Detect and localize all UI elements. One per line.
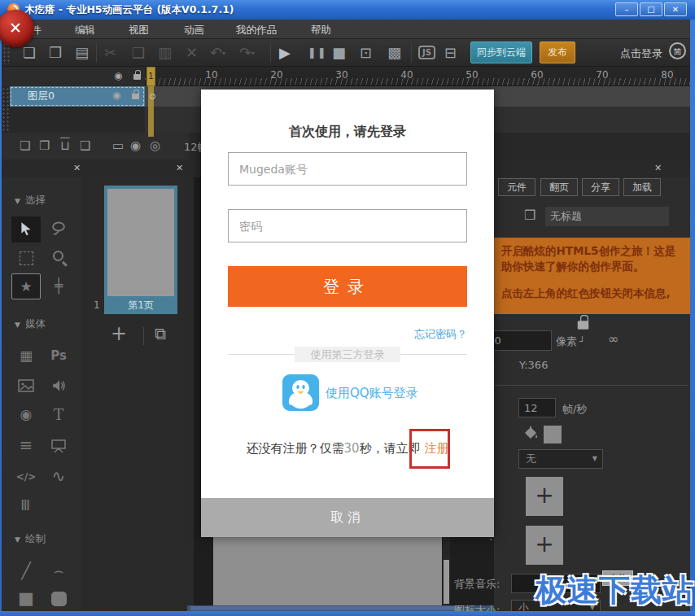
password-input[interactable] bbox=[228, 209, 467, 242]
photoshop-import-tool[interactable]: Ps bbox=[44, 343, 73, 369]
link-dimensions-icon[interactable]: ∞ bbox=[608, 331, 619, 347]
video-tool[interactable]: ◉ bbox=[11, 402, 41, 428]
qrcode-icon[interactable]: ▩ bbox=[387, 44, 401, 62]
rounded-rectangle-tool[interactable] bbox=[44, 586, 73, 612]
close-button[interactable]: ✕ bbox=[664, 2, 687, 16]
cut-icon[interactable]: ✂ bbox=[104, 44, 116, 62]
playhead-marker[interactable]: 1 bbox=[146, 67, 155, 86]
collapse-caret-icon[interactable]: ▼ bbox=[15, 197, 20, 205]
image-tool[interactable] bbox=[11, 373, 41, 399]
chart-tool[interactable]: ∿ bbox=[44, 464, 73, 490]
save-icon[interactable]: ▤ bbox=[75, 44, 89, 62]
zoom-tool[interactable] bbox=[44, 246, 73, 272]
section-media[interactable]: ▼媒体 bbox=[15, 317, 46, 331]
language-toggle-icon[interactable]: 简 bbox=[669, 42, 686, 59]
delete-layer-icon[interactable]: ⊔ bbox=[60, 138, 70, 153]
add-folder-icon[interactable]: ❒ bbox=[39, 138, 50, 153]
qq-login-label[interactable]: 使用QQ账号登录 bbox=[326, 386, 418, 401]
add-cover-button[interactable]: + bbox=[526, 477, 563, 516]
canvas-horizontal-scrollbar-thumb[interactable] bbox=[190, 606, 459, 610]
minimize-button[interactable]: – bbox=[615, 2, 638, 16]
tab-components[interactable]: 元件 bbox=[498, 178, 535, 196]
export-icon[interactable]: ⊟ bbox=[444, 44, 457, 62]
lasso-tool[interactable] bbox=[44, 216, 73, 242]
canvas-vertical-scrollbar-thumb[interactable] bbox=[444, 560, 449, 604]
stop-icon[interactable]: ■ bbox=[332, 44, 346, 62]
qq-login-button[interactable] bbox=[282, 374, 319, 411]
layer-lock-icon[interactable] bbox=[132, 94, 139, 99]
menu-view[interactable]: 视图 bbox=[129, 24, 149, 37]
rectangle-tool[interactable]: ■ bbox=[11, 586, 41, 612]
transform-tool[interactable] bbox=[11, 246, 41, 272]
lock-column-lock-icon[interactable] bbox=[133, 74, 141, 80]
layer-eye-icon[interactable]: ◉ bbox=[112, 90, 120, 101]
section-select[interactable]: ▼选择 bbox=[15, 194, 46, 208]
insert-keyframe-icon[interactable]: ◉ bbox=[130, 138, 141, 153]
menu-help[interactable]: 帮助 bbox=[311, 24, 331, 37]
components-tool[interactable]: ▦ bbox=[11, 343, 41, 369]
duplicate-layer-icon[interactable]: ❑ bbox=[80, 138, 90, 153]
panel-close-icon[interactable]: ✕ bbox=[654, 163, 662, 173]
document-title-input[interactable] bbox=[545, 207, 669, 226]
text-tool[interactable]: T bbox=[44, 402, 73, 428]
layer-name[interactable]: 图层0 bbox=[28, 90, 55, 103]
publish-button[interactable]: 发布 bbox=[540, 42, 575, 63]
js-script-icon[interactable]: JS bbox=[418, 46, 435, 59]
tab-share[interactable]: 分享 bbox=[582, 178, 619, 196]
insert-blank-keyframe-icon[interactable]: ◎ bbox=[150, 138, 160, 153]
section-draw[interactable]: ▼绘制 bbox=[15, 532, 46, 546]
menu-my-works[interactable]: 我的作品 bbox=[236, 24, 277, 37]
keyframe-icon[interactable] bbox=[150, 94, 155, 99]
collapse-caret-icon[interactable]: ▼ bbox=[15, 535, 20, 544]
guides-tool[interactable]: ╪ bbox=[44, 273, 73, 299]
new-document-icon[interactable]: ❏ bbox=[23, 44, 36, 62]
preview-icon[interactable]: ⊡ bbox=[360, 44, 372, 62]
click-login-button[interactable]: 点击登录 bbox=[620, 46, 662, 61]
paste-icon[interactable]: ▥ bbox=[158, 44, 172, 62]
panel-close-icon[interactable]: ✕ bbox=[176, 163, 183, 173]
whiteboard-tool[interactable] bbox=[44, 433, 73, 459]
duplicate-page-button[interactable]: ⧉ bbox=[155, 324, 166, 343]
forgot-password-link[interactable]: 忘记密码？ bbox=[414, 327, 467, 342]
code-tool[interactable]: </> bbox=[11, 464, 41, 490]
insert-frame-icon[interactable]: ▭ bbox=[112, 138, 124, 153]
barcode-tool[interactable]: Ⅲ bbox=[11, 493, 41, 519]
paint-bucket-icon[interactable] bbox=[522, 424, 540, 442]
maximize-button[interactable]: □ bbox=[640, 2, 662, 16]
copy-icon[interactable]: ❑ bbox=[132, 44, 145, 62]
collapse-caret-icon[interactable]: ▼ bbox=[15, 321, 20, 329]
qq-penguin-icon bbox=[282, 374, 319, 411]
redo-caret-icon[interactable]: ▾ bbox=[251, 50, 255, 57]
page-thumbnail[interactable]: 第1页 bbox=[104, 186, 177, 314]
cursor-tool[interactable] bbox=[11, 216, 41, 242]
cancel-button[interactable]: 取消 bbox=[201, 498, 494, 537]
background-color-swatch[interactable] bbox=[544, 426, 562, 443]
audio-tool[interactable] bbox=[44, 373, 73, 399]
flip-effect-select[interactable]: 无 ▼ bbox=[518, 449, 603, 469]
account-input[interactable] bbox=[228, 152, 467, 186]
line-tool[interactable]: ╱ bbox=[11, 558, 41, 584]
aspect-lock-icon[interactable] bbox=[578, 321, 589, 330]
play-icon[interactable]: ▶ bbox=[279, 44, 291, 62]
undo-icon[interactable]: ↶▾ bbox=[210, 44, 225, 63]
menu-edit[interactable]: 编辑 bbox=[75, 24, 95, 37]
sync-to-cloud-button[interactable]: 同步到云端 bbox=[470, 42, 532, 63]
login-button[interactable]: 登录 bbox=[228, 266, 467, 307]
add-summary-button[interactable]: + bbox=[526, 526, 563, 565]
paragraph-tool[interactable]: ≡ bbox=[11, 433, 41, 459]
pause-icon[interactable]: ❚❚ bbox=[308, 44, 327, 62]
panel-close-icon[interactable]: ✕ bbox=[73, 163, 81, 173]
visibility-column-eye-icon[interactable]: ◉ bbox=[114, 70, 122, 81]
tab-loading[interactable]: 加载 bbox=[623, 178, 661, 196]
add-layer-icon[interactable]: ❏ bbox=[20, 138, 30, 153]
open-icon[interactable]: ❒ bbox=[49, 44, 62, 62]
menu-animation[interactable]: 动画 bbox=[184, 24, 204, 37]
fps-input[interactable] bbox=[518, 398, 556, 417]
delete-icon[interactable]: ✕ bbox=[186, 44, 198, 62]
symbol-tool[interactable]: ★ bbox=[11, 273, 41, 299]
curve-tool[interactable]: ⌢ bbox=[44, 558, 73, 584]
undo-caret-icon[interactable]: ▾ bbox=[222, 50, 225, 57]
add-page-button[interactable]: + bbox=[111, 322, 127, 345]
tab-page-flip[interactable]: 翻页 bbox=[540, 178, 578, 196]
redo-icon[interactable]: ↷▾ bbox=[239, 44, 255, 63]
